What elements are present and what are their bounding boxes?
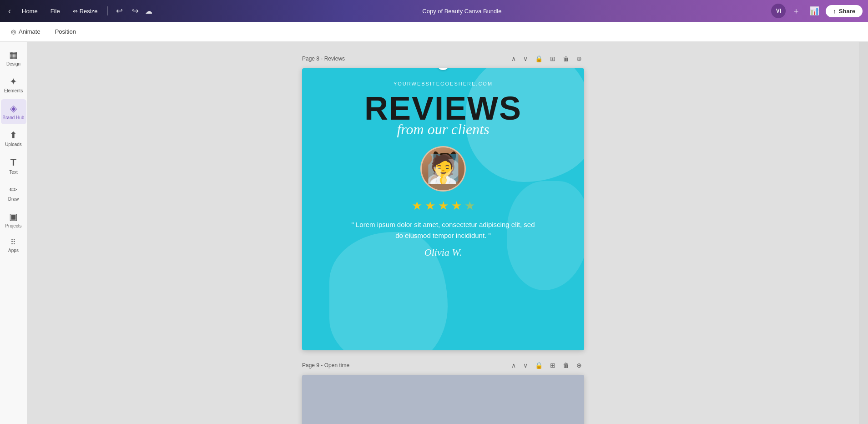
right-edge (859, 42, 868, 424)
page8-container: Page 8 - Reviews ∧ ∨ 🔒 ⊞ 🗑 ⊕ ↻ (302, 51, 584, 350)
share-icon: ↑ (833, 8, 836, 15)
page9-down-btn[interactable]: ∨ (521, 360, 530, 370)
add-collaborator-button[interactable]: ＋ (789, 4, 803, 18)
avatar[interactable]: VI (771, 4, 786, 18)
sidebar-item-text[interactable]: T Text (1, 153, 26, 179)
topbar-left: ‹ Home File ⇔ Resize ↩ ↪ ☁ (5, 4, 152, 18)
svg-point-5 (438, 155, 451, 172)
separator (107, 6, 108, 15)
star-1: ★ (412, 199, 422, 213)
page9-container: Page 9 - Open time ∧ ∨ 🔒 ⊞ 🗑 ⊕ (302, 350, 584, 424)
animate-button[interactable]: ◎ Animate (7, 26, 44, 37)
svg-point-1 (431, 172, 458, 190)
page9-trash-btn[interactable]: 🗑 (560, 360, 571, 370)
sidebar-item-projects[interactable]: ▣ Projects (1, 207, 26, 232)
page9-grid-btn[interactable]: ⊞ (548, 360, 558, 370)
redo-button[interactable]: ↪ (129, 4, 141, 18)
svg-point-0 (436, 154, 453, 172)
star-rating: ★ ★ ★ ★ ★ (412, 199, 475, 213)
sidebar-item-uploads[interactable]: ⬆ Uploads (1, 126, 26, 151)
draw-icon: ✏ (10, 184, 17, 195)
cloud-icon: ☁ (145, 7, 152, 15)
sidebar-item-elements[interactable]: ✦ Elements (1, 72, 26, 97)
toolbar: ◎ Animate Position (0, 22, 868, 42)
reviews-heading[interactable]: REVIEWS (364, 92, 522, 125)
star-2: ★ (425, 199, 435, 213)
page9-title: Page 9 - Open time (302, 362, 349, 368)
topbar-right: VI ＋ 📊 ↑ Share (771, 4, 863, 18)
svg-point-2 (432, 151, 444, 172)
elements-icon: ✦ (10, 76, 17, 87)
reviews-subheading[interactable]: from our clients (397, 121, 489, 138)
design-icon: ▦ (9, 49, 18, 60)
back-button[interactable]: ‹ (5, 5, 14, 18)
animate-icon: ◎ (11, 28, 16, 35)
page9-expand-btn[interactable]: ⊕ (574, 360, 584, 370)
reviewer-avatar (420, 146, 466, 192)
page8-header: Page 8 - Reviews ∧ ∨ 🔒 ⊞ 🗑 ⊕ (302, 51, 584, 66)
topbar-center: Copy of Beauty Canva Bundle (156, 8, 767, 15)
text-icon: T (10, 156, 16, 168)
document-title[interactable]: Copy of Beauty Canva Bundle (422, 8, 501, 15)
canvas-area[interactable]: Page 8 - Reviews ∧ ∨ 🔒 ⊞ 🗑 ⊕ ↻ (27, 42, 859, 424)
page9-slide[interactable] (302, 375, 584, 424)
page8-lock-btn[interactable]: 🔒 (533, 54, 545, 64)
sidebar-item-design[interactable]: ▦ Design (1, 45, 26, 71)
undo-button[interactable]: ↩ (113, 4, 126, 18)
apps-icon: ⠿ (10, 238, 16, 247)
page9-lock-btn[interactable]: 🔒 (533, 360, 545, 370)
home-button[interactable]: Home (17, 6, 42, 16)
star-5: ★ (464, 199, 475, 213)
resize-icon: ⇔ (73, 8, 78, 15)
resize-button[interactable]: ⇔ Resize (68, 6, 102, 16)
page9-controls: ∧ ∨ 🔒 ⊞ 🗑 ⊕ (509, 360, 584, 370)
position-button[interactable]: Position (51, 26, 80, 37)
share-button[interactable]: ↑ Share (826, 5, 863, 17)
page8-trash-btn[interactable]: 🗑 (560, 54, 571, 64)
page8-slide[interactable]: ↻ YOURWEBSITEGOESHERE.COM REVIEWS from o… (302, 68, 584, 350)
review-quote: " Lorem ipsum dolor sit amet, consectetu… (348, 219, 539, 241)
website-url: YOURWEBSITEGOESHERE.COM (394, 81, 493, 86)
page8-grid-btn[interactable]: ⊞ (548, 54, 558, 64)
star-4: ★ (451, 199, 462, 213)
reviewer-name: Olivia W. (424, 247, 462, 258)
file-button[interactable]: File (46, 6, 65, 16)
page9-up-btn[interactable]: ∧ (509, 360, 518, 370)
slide-content: YOURWEBSITEGOESHERE.COM REVIEWS from our… (302, 68, 584, 350)
sidebar-item-draw[interactable]: ✏ Draw (1, 181, 26, 206)
sidebar: ▦ Design ✦ Elements ◈ Brand Hub ⬆ Upload… (0, 42, 27, 424)
analytics-button[interactable]: 📊 (807, 4, 822, 18)
reviewer-photo (422, 147, 464, 190)
sidebar-item-apps[interactable]: ⠿ Apps (1, 234, 26, 257)
brand-hub-icon: ◈ (10, 103, 17, 114)
topbar: ‹ Home File ⇔ Resize ↩ ↪ ☁ Copy of Beaut… (0, 0, 868, 22)
sidebar-item-brand-hub[interactable]: ◈ Brand Hub (1, 99, 26, 124)
main: ▦ Design ✦ Elements ◈ Brand Hub ⬆ Upload… (0, 42, 868, 424)
uploads-icon: ⬆ (10, 130, 17, 141)
page8-up-btn[interactable]: ∧ (509, 54, 518, 64)
projects-icon: ▣ (9, 211, 18, 222)
svg-point-3 (445, 150, 458, 170)
page8-title: Page 8 - Reviews (302, 56, 345, 62)
rotate-handle[interactable]: ↻ (437, 68, 449, 70)
star-3: ★ (438, 199, 449, 213)
page8-controls: ∧ ∨ 🔒 ⊞ 🗑 ⊕ (509, 54, 584, 64)
page9-header: Page 9 - Open time ∧ ∨ 🔒 ⊞ 🗑 ⊕ (302, 358, 584, 373)
page8-expand-btn[interactable]: ⊕ (574, 54, 584, 64)
page8-down-btn[interactable]: ∨ (521, 54, 530, 64)
svg-point-4 (436, 153, 453, 162)
